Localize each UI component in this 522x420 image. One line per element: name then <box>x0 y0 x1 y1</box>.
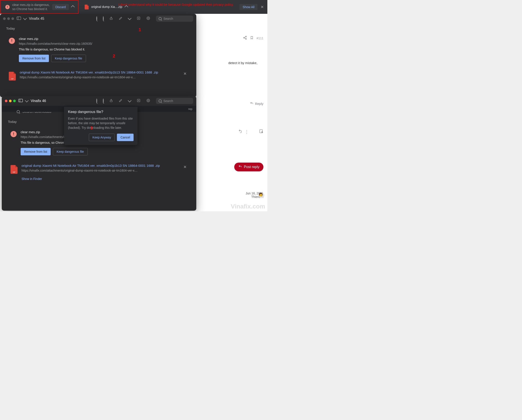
svg-rect-11 <box>19 99 23 102</box>
svg-point-2 <box>246 39 246 39</box>
search-placeholder: Search <box>163 99 173 103</box>
edit-icon[interactable] <box>119 16 123 21</box>
show-all-button[interactable]: Show All <box>239 4 258 10</box>
remove-icon[interactable]: ✕ <box>183 164 188 170</box>
svg-point-15 <box>147 99 150 102</box>
svg-rect-5 <box>17 17 21 20</box>
chrome-download-shelf: clear mes.zip is dangerous, so Chrome ha… <box>0 0 267 14</box>
preview-icon[interactable] <box>259 129 263 134</box>
search-icon <box>159 99 162 102</box>
post-text-snippet: detect it by mistake, <box>228 61 263 65</box>
svg-point-0 <box>246 36 246 37</box>
share-icon[interactable] <box>109 16 113 21</box>
zoom-out-icon[interactable] <box>96 99 97 103</box>
remove-icon[interactable]: ✕ <box>183 70 188 77</box>
search-input[interactable]: Search <box>156 16 193 22</box>
annotation-number: 3 <box>90 125 93 131</box>
zip-icon: ZIP <box>10 165 17 174</box>
reply-button[interactable]: Reply <box>250 101 263 106</box>
post-actions: #111 <box>243 36 263 41</box>
shield-icon[interactable] <box>146 99 150 103</box>
bookmark-icon[interactable] <box>250 36 253 41</box>
show-in-finder-link[interactable]: Show in Finder <box>22 177 42 181</box>
keep-dangerous-file-button[interactable]: Keep dangerous file <box>51 55 86 62</box>
chevron-down-icon[interactable] <box>25 99 29 102</box>
strip-text: rep <box>188 107 192 111</box>
traffic-lights[interactable] <box>5 100 16 102</box>
keep-dangerous-dialog: Keep dangerous file? Even if you have do… <box>64 107 138 145</box>
chevron-up-icon[interactable] <box>71 5 75 9</box>
sidebar-toggle-icon[interactable] <box>18 99 23 103</box>
avatar[interactable]: 🧑 <box>259 193 264 198</box>
download-chip-blocked[interactable]: clear mes.zip is dangerous, so Chrome ha… <box>3 1 77 13</box>
keep-dangerous-file-button[interactable]: Keep dangerous file <box>53 148 88 155</box>
zoom-in-icon[interactable] <box>103 99 104 103</box>
chevron-down-icon[interactable] <box>128 16 132 20</box>
svg-rect-3 <box>260 130 262 133</box>
window-title: Vinafix 45 <box>29 17 44 21</box>
new-tab-icon[interactable] <box>137 99 141 103</box>
discard-button[interactable]: Discard <box>52 4 69 10</box>
zip-icon: ZIP <box>9 72 16 80</box>
chevron-down-icon[interactable] <box>128 99 132 102</box>
svg-point-1 <box>244 37 245 39</box>
remove-from-list-button[interactable]: Remove from list <box>19 55 49 62</box>
chevron-down-icon[interactable] <box>23 16 27 20</box>
traffic-lights[interactable] <box>3 17 14 20</box>
post-reply-button[interactable]: Post reply <box>234 163 263 171</box>
more-icon[interactable]: ⋮ <box>245 129 249 134</box>
browser-window-2: Vinafix 46 Search rep Search downloads T… <box>2 96 196 211</box>
zip-icon <box>85 5 89 9</box>
file-name: clear mes.zip <box>19 37 188 41</box>
search-icon <box>17 110 20 113</box>
dialog-body: Even if you have downloaded files from t… <box>68 116 134 130</box>
svg-point-9 <box>147 17 150 20</box>
svg-point-16 <box>148 100 149 101</box>
remove-from-list-button[interactable]: Remove from list <box>21 148 51 155</box>
share-icon[interactable] <box>243 36 247 41</box>
titlebar[interactable]: Vinafix 45 Search <box>0 14 196 23</box>
file-url[interactable]: https://vinafix.com/attachments/clear-me… <box>19 42 188 46</box>
zoom-out-icon[interactable] <box>96 17 97 21</box>
warning-icon <box>5 5 10 9</box>
search-input[interactable]: Search <box>156 98 193 104</box>
reply-icon <box>250 101 254 106</box>
zip-filename: original dump Xia....zip <box>91 5 122 9</box>
reply-label: Reply <box>255 102 263 106</box>
blocked-text: clear mes.zip is dangerous, so Chrome ha… <box>12 3 50 11</box>
file-name-link[interactable]: original dump Xiaomi Mi Notebook Air TM1… <box>22 164 178 167</box>
sidebar-toggle-icon[interactable] <box>17 16 21 21</box>
post-reply-icon <box>238 165 242 169</box>
svg-point-10 <box>148 17 149 19</box>
file-name-link[interactable]: original dump Xiaomi Mi Notebook Air TM1… <box>20 70 178 74</box>
new-tab-icon[interactable] <box>137 16 141 21</box>
search-placeholder: Search <box>163 17 173 20</box>
shield-icon[interactable] <box>146 16 150 21</box>
cancel-button[interactable]: Cancel <box>117 134 134 141</box>
post-id[interactable]: #111 <box>257 36 263 40</box>
watermark: Vinafix.com <box>231 203 265 210</box>
browser-window-1: Vinafix 45 Search Today clear mes.zip ht… <box>0 14 196 97</box>
post-reply-label: Post reply <box>244 165 260 169</box>
annotation-number: 1 <box>139 27 141 32</box>
zoom-in-icon[interactable] <box>103 17 104 21</box>
share-icon[interactable] <box>109 98 113 104</box>
undo-icon[interactable] <box>238 129 242 134</box>
warning-icon <box>10 131 17 137</box>
warning-icon <box>9 38 15 44</box>
section-header: Today <box>0 23 196 32</box>
search-icon <box>159 17 162 20</box>
file-url[interactable]: https://vinafix.com/attachments/original… <box>20 76 178 79</box>
annotation-number: 2 <box>113 54 115 59</box>
close-icon[interactable]: ✕ <box>260 4 265 10</box>
edit-icon[interactable] <box>119 99 123 103</box>
window-title: Vinafix 46 <box>31 99 46 103</box>
download-item-zip: ZIP original dump Xiaomi Mi Notebook Air… <box>7 160 192 184</box>
editor-misc-icons: ⋮ <box>238 129 263 134</box>
download-item-blocked: clear mes.zip https://vinafix.com/attach… <box>5 33 192 66</box>
dialog-title: Keep dangerous file? <box>68 110 134 114</box>
titlebar[interactable]: Vinafix 46 Search <box>2 96 196 106</box>
file-url[interactable]: https://vinafix.com/attachments/original… <box>22 169 178 172</box>
keep-anyway-button[interactable]: Keep Anyway <box>89 134 115 141</box>
annotation-text: I don't understand why it could be becau… <box>118 3 234 6</box>
